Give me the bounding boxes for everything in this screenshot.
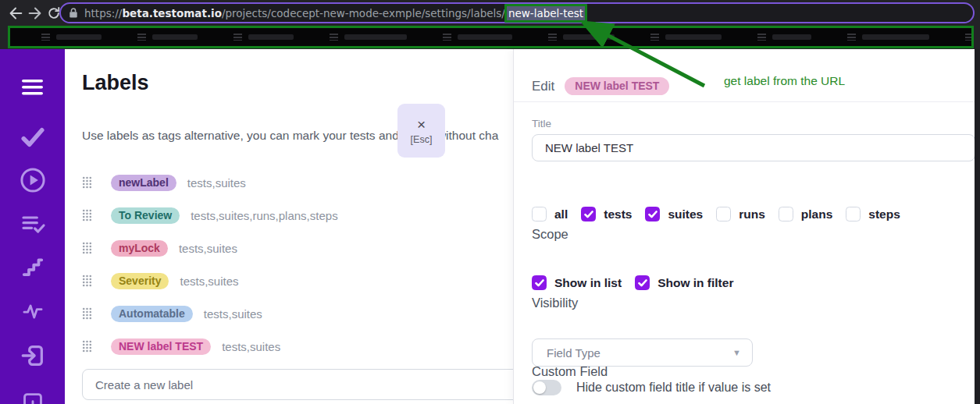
checkbox-tests[interactable] <box>581 207 596 221</box>
menu-icon[interactable] <box>0 78 65 97</box>
checkbox-label[interactable]: suites <box>668 207 703 221</box>
title-field-label: Title <box>532 118 551 129</box>
url-selected-segment: new-label-test <box>507 6 585 20</box>
drawer-header: Edit NEW label TEST <box>532 77 669 95</box>
scope-options: all tests suites runs plans <box>532 207 914 221</box>
checkbox-label[interactable]: Show in filter <box>657 276 733 290</box>
label-row: To Review tests,suites,runs,plans,steps <box>82 199 338 232</box>
bookmark-item[interactable] <box>330 34 407 41</box>
checkbox-show-in-list[interactable] <box>532 275 547 290</box>
back-icon[interactable] <box>6 4 25 23</box>
bookmark-icon <box>757 34 766 41</box>
pulse-icon[interactable] <box>0 300 65 322</box>
url-path: /projects/codecept-new-mode-exmple/setti… <box>222 7 505 19</box>
bookmark-icon <box>330 34 338 41</box>
bookmark-icon <box>443 34 451 41</box>
checkbox-label[interactable]: all <box>554 207 568 221</box>
label-pill[interactable]: Severity <box>111 273 169 289</box>
hide-title-toggle-row: Hide custom field title if value is set <box>532 380 771 395</box>
bookmark-item[interactable] <box>548 34 615 41</box>
label-pill[interactable]: newLabel <box>111 175 176 191</box>
scope-option: runs <box>716 207 765 221</box>
label-pill[interactable]: Automatable <box>111 306 193 322</box>
page-title: Labels <box>82 71 149 95</box>
scope-option: all <box>532 207 568 221</box>
bookmark-item[interactable] <box>847 34 929 41</box>
bookmark-item[interactable] <box>443 34 512 41</box>
field-type-value: Field Type <box>547 346 600 360</box>
labels-list: newLabel tests,suites To Review tests,su… <box>82 166 338 363</box>
title-input-value: NEW label TEST <box>545 141 633 154</box>
check-icon[interactable] <box>0 126 65 149</box>
label-pill[interactable]: myLock <box>111 240 168 257</box>
bookmark-item[interactable] <box>757 34 811 41</box>
bar-chart-icon[interactable] <box>0 392 65 404</box>
address-bar[interactable]: https://beta.testomat.io/projects/codece… <box>59 2 975 23</box>
hide-title-toggle[interactable] <box>532 380 561 395</box>
edit-label-drawer: Edit NEW label TEST Title NEW label TEST… <box>513 49 975 404</box>
drag-handle-icon[interactable] <box>82 275 92 287</box>
title-input[interactable]: NEW label TEST <box>532 134 975 161</box>
page-description: Use labels as tags alternative, you can … <box>82 129 513 143</box>
create-label-placeholder: Create a new label <box>95 378 193 392</box>
label-scopes: tests,suites <box>187 176 246 190</box>
bookmark-icon <box>965 34 974 41</box>
url-annotation-box: new-label-test <box>504 4 587 23</box>
bookmark-item[interactable] <box>41 34 102 41</box>
drag-handle-icon[interactable] <box>82 340 92 353</box>
drag-handle-icon[interactable] <box>82 209 92 221</box>
create-label-input[interactable]: Create a new label <box>82 369 513 400</box>
checkbox-plans[interactable] <box>779 207 793 221</box>
label-scopes: tests,suites <box>179 242 237 255</box>
label-scopes: tests,suites <box>204 307 262 321</box>
bookmark-item[interactable] <box>965 34 974 41</box>
checkbox-label[interactable]: runs <box>739 207 765 221</box>
checkbox-label[interactable]: tests <box>604 207 632 221</box>
drag-handle-icon[interactable] <box>82 242 92 254</box>
checkbox-runs[interactable] <box>716 207 731 221</box>
forward-icon[interactable] <box>26 4 45 23</box>
steps-icon[interactable] <box>0 255 65 278</box>
close-drawer-button[interactable]: × [Esc] <box>397 104 445 158</box>
drag-handle-icon[interactable] <box>82 176 92 189</box>
label-row: Severity tests,suites <box>82 264 338 297</box>
toggle-knob <box>533 381 546 394</box>
visibility-heading: Visibility <box>532 296 578 310</box>
drag-handle-icon[interactable] <box>82 307 92 320</box>
label-scopes: tests,suites,runs,plans,steps <box>191 209 337 222</box>
divider <box>514 101 975 102</box>
scope-option: plans <box>779 207 832 221</box>
url-text: https://beta.testomat.io/projects/codece… <box>84 4 587 23</box>
toggle-label: Hide custom field title if value is set <box>576 381 771 395</box>
browser-toolbar: https://beta.testomat.io/projects/codece… <box>0 0 980 26</box>
bookmark-item[interactable] <box>137 34 198 41</box>
field-type-select[interactable]: Field Type ▼ <box>532 338 753 367</box>
list-check-icon[interactable] <box>0 211 65 236</box>
bookmark-icon <box>137 34 146 41</box>
visibility-option: Show in filter <box>635 275 733 290</box>
checkbox-all[interactable] <box>532 207 547 221</box>
scrollbar-track[interactable] <box>975 49 980 404</box>
scope-option: tests <box>581 207 632 221</box>
play-circle-icon[interactable] <box>0 166 65 194</box>
scope-heading: Scope <box>532 227 568 242</box>
checkbox-label[interactable]: steps <box>868 207 900 221</box>
checkbox-steps[interactable] <box>846 207 861 221</box>
bookmark-item[interactable] <box>650 34 722 41</box>
checkbox-show-in-filter[interactable] <box>635 275 650 290</box>
checkbox-suites[interactable] <box>645 207 660 221</box>
checkbox-label[interactable]: Show in list <box>554 276 622 290</box>
chevron-down-icon: ▼ <box>732 348 741 357</box>
esc-hint: [Esc] <box>411 134 433 145</box>
visibility-options: Show in list Show in filter <box>532 275 747 290</box>
label-pill[interactable]: To Review <box>111 207 180 224</box>
checkbox-label[interactable]: plans <box>801 207 832 221</box>
label-row: NEW label TEST tests,suites <box>82 330 338 363</box>
import-icon[interactable] <box>0 342 65 369</box>
label-row: newLabel tests,suites <box>82 166 338 199</box>
bookmark-icon <box>41 34 50 41</box>
bookmark-icon <box>548 34 557 41</box>
scope-option: steps <box>846 207 900 221</box>
label-pill[interactable]: NEW label TEST <box>111 338 211 355</box>
bookmark-item[interactable] <box>233 34 294 41</box>
